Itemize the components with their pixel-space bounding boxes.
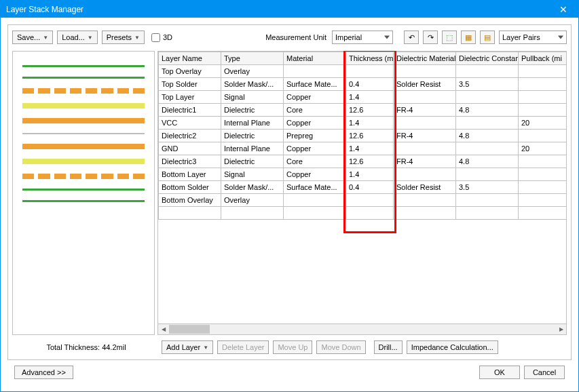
cell-pullback[interactable] bbox=[519, 65, 567, 78]
table-row[interactable]: Bottom SolderSolder Mask/...Surface Mate… bbox=[159, 181, 567, 194]
cell-type[interactable]: Internal Plane bbox=[221, 142, 284, 155]
cell-name[interactable]: Top Solder bbox=[159, 78, 221, 91]
scroll-left-icon[interactable]: ◀ bbox=[158, 324, 168, 334]
th-thickness[interactable]: Thickness (mil) bbox=[346, 52, 394, 65]
cell-thickness[interactable]: 12.6 bbox=[346, 104, 394, 117]
cell-diel_const[interactable]: 4.8 bbox=[456, 155, 519, 168]
cell-diel_mat[interactable]: FR-4 bbox=[394, 104, 456, 117]
cell-thickness[interactable]: 12.6 bbox=[346, 155, 394, 168]
cell-thickness[interactable]: 1.4 bbox=[346, 117, 394, 130]
cell-thickness[interactable]: 1.4 bbox=[346, 168, 394, 181]
cell-name[interactable]: Dielectric2 bbox=[159, 130, 221, 142]
cell-diel_mat[interactable] bbox=[394, 194, 456, 207]
cell-type[interactable]: Signal bbox=[221, 91, 284, 104]
tool2-icon[interactable]: ▦ bbox=[461, 31, 476, 44]
th-material[interactable]: Material bbox=[284, 52, 346, 65]
cell-type[interactable]: Internal Plane bbox=[221, 117, 284, 130]
measurement-unit-dropdown[interactable]: Imperial bbox=[332, 31, 393, 44]
cell-thickness[interactable]: 12.6 bbox=[346, 130, 394, 142]
horizontal-scrollbar[interactable]: ◀ ▶ bbox=[157, 324, 567, 335]
th-diel-const[interactable]: Dielectric Constant bbox=[456, 52, 519, 65]
drill-button[interactable]: Drill... bbox=[374, 340, 403, 354]
cell-material[interactable]: Prepreg bbox=[284, 130, 346, 142]
cell-type[interactable]: Solder Mask/... bbox=[221, 78, 284, 91]
cell-pullback[interactable]: 20 bbox=[519, 142, 567, 155]
th-diel-mat[interactable]: Dielectric Material bbox=[394, 52, 456, 65]
cell-diel_const[interactable] bbox=[456, 194, 519, 207]
cell-material[interactable]: Surface Mate... bbox=[284, 78, 346, 91]
cell-name[interactable]: Top Layer bbox=[159, 91, 221, 104]
cell-name[interactable]: Bottom Solder bbox=[159, 181, 221, 194]
cell-type[interactable]: Signal bbox=[221, 168, 284, 181]
cell-name[interactable]: VCC bbox=[159, 117, 221, 130]
cell-name[interactable]: GND bbox=[159, 142, 221, 155]
undo-icon[interactable]: ↶ bbox=[404, 31, 419, 44]
table-row[interactable]: Top LayerSignalCopper1.4 bbox=[159, 91, 567, 104]
cell-name[interactable]: Bottom Overlay bbox=[159, 194, 221, 207]
layer-mode-dropdown[interactable]: Layer Pairs bbox=[499, 31, 567, 44]
cell-material[interactable]: Core bbox=[284, 104, 346, 117]
cell-name[interactable]: Dielectric3 bbox=[159, 155, 221, 168]
cell-pullback[interactable] bbox=[519, 168, 567, 181]
cell-material[interactable]: Surface Mate... bbox=[284, 181, 346, 194]
add-layer-button[interactable]: Add Layer▼ bbox=[162, 340, 213, 354]
cell-thickness[interactable] bbox=[346, 194, 394, 207]
cell-diel_mat[interactable] bbox=[394, 65, 456, 78]
cell-diel_mat[interactable]: Solder Resist bbox=[394, 181, 456, 194]
cell-pullback[interactable] bbox=[519, 104, 567, 117]
cell-diel_mat[interactable]: FR-4 bbox=[394, 155, 456, 168]
cell-pullback[interactable]: 20 bbox=[519, 117, 567, 130]
cell-material[interactable] bbox=[284, 65, 346, 78]
cell-diel_const[interactable]: 4.8 bbox=[456, 104, 519, 117]
cell-type[interactable]: Dielectric bbox=[221, 130, 284, 142]
ok-button[interactable]: OK bbox=[479, 366, 520, 379]
impedance-button[interactable]: Impedance Calculation... bbox=[407, 340, 498, 354]
cell-type[interactable]: Overlay bbox=[221, 65, 284, 78]
cell-diel_mat[interactable] bbox=[394, 168, 456, 181]
cell-material[interactable]: Copper bbox=[284, 168, 346, 181]
cell-material[interactable] bbox=[284, 194, 346, 207]
cell-name[interactable]: Top Overlay bbox=[159, 65, 221, 78]
table-row[interactable]: Dielectric1DielectricCore12.6FR-44.8 bbox=[159, 104, 567, 117]
th-pullback[interactable]: Pullback (mi bbox=[519, 52, 567, 65]
tool3-icon[interactable]: ▤ bbox=[480, 31, 495, 44]
3d-checkbox-input[interactable] bbox=[151, 33, 160, 42]
save-button[interactable]: Save...▼ bbox=[12, 31, 53, 44]
cell-diel_mat[interactable] bbox=[394, 117, 456, 130]
table-row[interactable]: Top SolderSolder Mask/...Surface Mate...… bbox=[159, 78, 567, 91]
cell-diel_const[interactable] bbox=[456, 142, 519, 155]
cell-type[interactable]: Solder Mask/... bbox=[221, 181, 284, 194]
cell-diel_const[interactable] bbox=[456, 65, 519, 78]
table-row[interactable]: Top OverlayOverlay bbox=[159, 65, 567, 78]
cell-diel_const[interactable]: 3.5 bbox=[456, 181, 519, 194]
cell-thickness[interactable] bbox=[346, 65, 394, 78]
th-layer-name[interactable]: Layer Name bbox=[159, 52, 221, 65]
presets-button[interactable]: Presets▼ bbox=[102, 31, 145, 44]
cell-pullback[interactable] bbox=[519, 78, 567, 91]
cell-material[interactable]: Copper bbox=[284, 91, 346, 104]
cancel-button[interactable]: Cancel bbox=[524, 366, 565, 379]
cell-material[interactable]: Core bbox=[284, 155, 346, 168]
cell-thickness[interactable]: 0.4 bbox=[346, 78, 394, 91]
cell-diel_mat[interactable] bbox=[394, 91, 456, 104]
table-row[interactable]: VCCInternal PlaneCopper1.420 bbox=[159, 117, 567, 130]
titlebar[interactable]: Layer Stack Manager ✕ bbox=[1, 1, 578, 18]
table-row[interactable]: GNDInternal PlaneCopper1.420 bbox=[159, 142, 567, 155]
cell-pullback[interactable] bbox=[519, 194, 567, 207]
cell-type[interactable]: Overlay bbox=[221, 194, 284, 207]
cell-material[interactable]: Copper bbox=[284, 117, 346, 130]
tool1-icon[interactable]: ⬚ bbox=[442, 31, 457, 44]
3d-checkbox[interactable]: 3D bbox=[151, 33, 172, 42]
cell-diel_const[interactable] bbox=[456, 91, 519, 104]
cell-thickness[interactable]: 0.4 bbox=[346, 181, 394, 194]
layer-table[interactable]: Layer Name Type Material Thickness (mil)… bbox=[158, 52, 567, 220]
close-icon[interactable]: ✕ bbox=[554, 4, 573, 15]
cell-name[interactable]: Dielectric1 bbox=[159, 104, 221, 117]
table-row[interactable]: Dielectric2DielectricPrepreg12.6FR-44.8 bbox=[159, 130, 567, 142]
table-row[interactable]: Bottom OverlayOverlay bbox=[159, 194, 567, 207]
cell-diel_const[interactable]: 4.8 bbox=[456, 130, 519, 142]
table-row[interactable]: Dielectric3DielectricCore12.6FR-44.8 bbox=[159, 155, 567, 168]
cell-name[interactable]: Bottom Layer bbox=[159, 168, 221, 181]
redo-icon[interactable]: ↷ bbox=[423, 31, 438, 44]
load-button[interactable]: Load...▼ bbox=[57, 31, 98, 44]
